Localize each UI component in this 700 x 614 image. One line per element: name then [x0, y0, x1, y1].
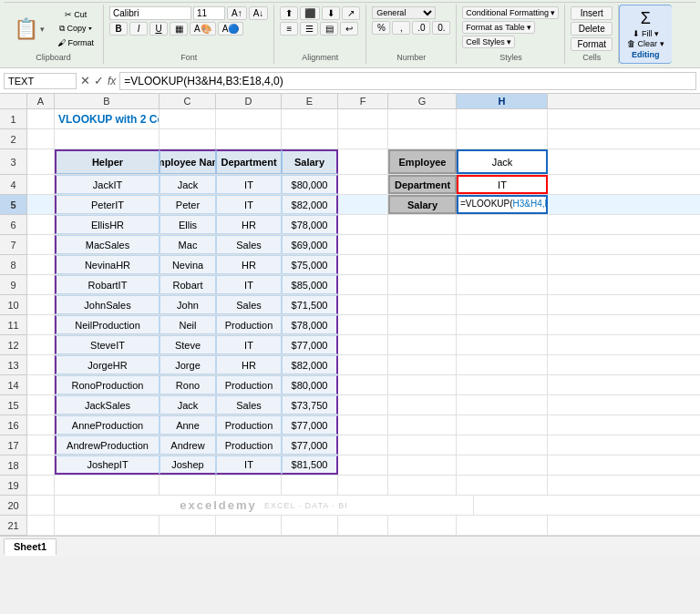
- cell-f19[interactable]: [338, 476, 388, 495]
- paste-button[interactable]: 📋 ▾: [9, 11, 49, 47]
- name-box[interactable]: [4, 73, 77, 89]
- cell-f10[interactable]: [338, 295, 388, 314]
- cell-h13[interactable]: [457, 355, 548, 374]
- cell-c12[interactable]: Steve: [160, 335, 216, 354]
- cell-f17[interactable]: [338, 435, 388, 455]
- cell-g2[interactable]: [388, 129, 457, 148]
- cell-d15[interactable]: Sales: [216, 395, 282, 414]
- cell-h3-employee-value[interactable]: Jack: [457, 149, 548, 174]
- cell-e16[interactable]: $77,000: [282, 415, 338, 435]
- font-color-button[interactable]: A🔵: [218, 22, 244, 36]
- cell-f12[interactable]: [338, 335, 388, 354]
- cell-d14[interactable]: Production: [216, 375, 282, 394]
- cell-e11[interactable]: $78,000: [282, 315, 338, 334]
- cell-d1[interactable]: [216, 109, 282, 128]
- row-header-10[interactable]: 10: [0, 295, 26, 315]
- cell-c2[interactable]: [160, 129, 216, 148]
- row-header-9[interactable]: 9: [0, 275, 26, 295]
- cell-g15[interactable]: [388, 395, 457, 414]
- cell-g10[interactable]: [388, 295, 457, 314]
- formula-confirm-icon[interactable]: ✓: [94, 74, 104, 87]
- cell-f11[interactable]: [338, 315, 388, 334]
- cell-a17[interactable]: [27, 435, 55, 455]
- cell-f16[interactable]: [338, 415, 388, 435]
- col-header-g[interactable]: G: [388, 94, 457, 108]
- cell-c13[interactable]: Jorge: [160, 355, 216, 374]
- align-right-button[interactable]: ▤: [320, 22, 338, 36]
- cell-d11[interactable]: Production: [216, 315, 282, 334]
- formula-insert-icon[interactable]: fx: [108, 75, 116, 87]
- cell-h19[interactable]: [457, 476, 548, 495]
- cell-a21[interactable]: [27, 516, 55, 535]
- cell-d9[interactable]: IT: [216, 275, 282, 294]
- cell-b12[interactable]: SteveIT: [55, 335, 160, 354]
- cell-b10[interactable]: JohnSales: [55, 295, 160, 314]
- cell-c19[interactable]: [160, 476, 216, 495]
- font-name-input[interactable]: [109, 6, 191, 20]
- comma-button[interactable]: ,: [392, 21, 410, 35]
- cell-d5[interactable]: IT: [216, 195, 282, 214]
- cell-b21[interactable]: [55, 516, 160, 535]
- cell-a20[interactable]: [27, 496, 55, 515]
- cell-f8[interactable]: [338, 255, 388, 274]
- row-header-1[interactable]: 1: [0, 109, 26, 129]
- cell-b6[interactable]: EllisHR: [55, 215, 160, 234]
- copy-button[interactable]: ⧉ Copy ▾: [54, 22, 98, 36]
- col-header-c[interactable]: C: [160, 94, 216, 108]
- cell-e19[interactable]: [282, 476, 338, 495]
- cell-b8[interactable]: NevinaHR: [55, 255, 160, 274]
- cell-f13[interactable]: [338, 355, 388, 374]
- cell-h21[interactable]: [457, 516, 548, 535]
- cell-f14[interactable]: [338, 375, 388, 394]
- cell-styles-button[interactable]: Cell Styles ▾: [462, 36, 515, 48]
- cell-d12[interactable]: IT: [216, 335, 282, 354]
- cell-b17[interactable]: AndrewProduction: [55, 435, 160, 455]
- conditional-formatting-button[interactable]: Conditional Formatting ▾: [462, 6, 559, 19]
- col-header-f[interactable]: F: [338, 94, 388, 108]
- row-header-8[interactable]: 8: [0, 255, 26, 275]
- cell-e17[interactable]: $77,000: [282, 435, 338, 455]
- cell-a14[interactable]: [27, 375, 55, 394]
- cell-g17[interactable]: [388, 435, 457, 455]
- align-left-button[interactable]: ≡: [280, 22, 298, 36]
- cell-a6[interactable]: [27, 215, 55, 234]
- cell-b4[interactable]: JackIT: [55, 175, 160, 194]
- cell-h16[interactable]: [457, 415, 548, 435]
- cell-e3-salary[interactable]: Salary: [282, 149, 338, 174]
- cell-f7[interactable]: [338, 235, 388, 254]
- wrap-text-button[interactable]: ↩: [340, 22, 358, 36]
- cell-e18[interactable]: $81,500: [282, 455, 338, 475]
- font-increase-button[interactable]: A↑: [227, 6, 247, 20]
- decimal-increase-button[interactable]: .0: [412, 21, 430, 35]
- row-header-20[interactable]: 20: [0, 496, 26, 516]
- border-button[interactable]: ▦: [170, 22, 188, 36]
- col-header-e[interactable]: E: [282, 94, 338, 108]
- cell-a13[interactable]: [27, 355, 55, 374]
- cell-c7[interactable]: Mac: [160, 235, 216, 254]
- cell-g19[interactable]: [388, 476, 457, 495]
- cell-h1[interactable]: [457, 109, 548, 128]
- cell-e1[interactable]: [282, 109, 338, 128]
- cell-g1[interactable]: [388, 109, 457, 128]
- cell-b9[interactable]: RobartIT: [55, 275, 160, 294]
- cell-g11[interactable]: [388, 315, 457, 334]
- col-header-b[interactable]: B: [55, 94, 160, 108]
- cell-d16[interactable]: Production: [216, 415, 282, 435]
- cut-button[interactable]: ✂ Cut: [54, 8, 98, 21]
- format-painter-button[interactable]: 🖌 Format: [54, 36, 98, 49]
- italic-button[interactable]: I: [129, 22, 148, 36]
- cell-d3-dept[interactable]: Department: [216, 149, 282, 174]
- cell-f5[interactable]: [338, 195, 388, 214]
- cell-a18[interactable]: [27, 455, 55, 475]
- bold-button[interactable]: B: [109, 22, 128, 36]
- cell-h15[interactable]: [457, 395, 548, 414]
- cell-d18[interactable]: IT: [216, 455, 282, 475]
- row-header-13[interactable]: 13: [0, 355, 26, 375]
- cell-h18[interactable]: [457, 455, 548, 475]
- cell-b3-helper[interactable]: Helper: [55, 149, 160, 174]
- row-header-12[interactable]: 12: [0, 335, 26, 355]
- cell-f3[interactable]: [338, 149, 388, 174]
- cell-c11[interactable]: Neil: [160, 315, 216, 334]
- row-header-17[interactable]: 17: [0, 435, 26, 455]
- row-header-4[interactable]: 4: [0, 175, 26, 195]
